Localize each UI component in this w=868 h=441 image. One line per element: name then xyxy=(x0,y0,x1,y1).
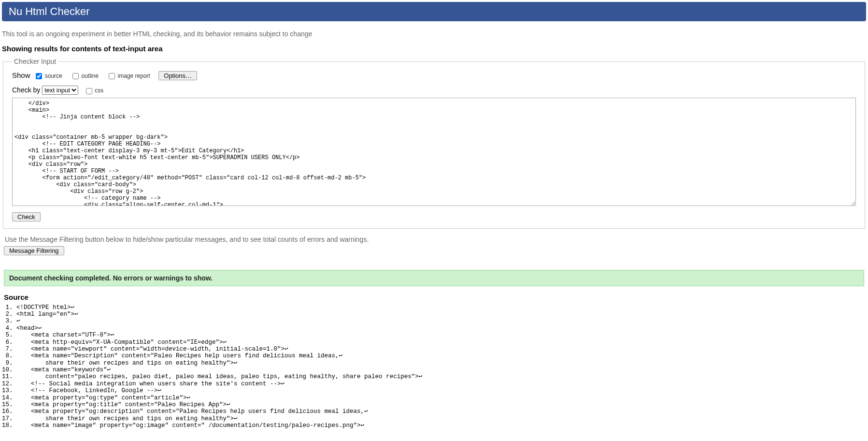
source-line: <meta property="og:type" content="articl… xyxy=(16,395,866,401)
page-title-bar: Nu Html Checker xyxy=(2,2,866,21)
options-button[interactable]: Options… xyxy=(158,71,197,80)
outline-checkbox[interactable] xyxy=(72,73,79,79)
outline-checkbox-label: outline xyxy=(81,73,98,79)
message-filtering-button[interactable]: Message Filtering xyxy=(4,246,64,255)
success-message: Document checking completed. No errors o… xyxy=(4,270,864,286)
checker-input-legend: Checker Input xyxy=(12,58,58,65)
tool-description: This tool is an ongoing experiment in be… xyxy=(2,30,866,38)
checker-input-fieldset: Checker Input Show source outline image … xyxy=(3,58,865,229)
image-report-checkbox[interactable] xyxy=(109,73,115,79)
source-checkbox[interactable] xyxy=(36,73,42,79)
source-line: <meta charset="UTF-8">↩ xyxy=(16,332,866,338)
check-by-label: Check by xyxy=(12,86,40,94)
source-line: <meta name="Description" content="Paleo … xyxy=(16,353,866,359)
check-button[interactable]: Check xyxy=(12,212,41,221)
source-line: <!DOCTYPE html>↩ xyxy=(16,304,866,311)
source-heading: Source xyxy=(4,293,866,301)
css-checkbox[interactable] xyxy=(86,88,92,94)
source-line: <html lang="en">↩ xyxy=(16,311,866,318)
filter-caption: Use the Message Filtering button below t… xyxy=(5,235,866,243)
check-by-select[interactable]: text input xyxy=(42,86,78,95)
source-line: <meta http-equiv="X-UA-Compatible" conte… xyxy=(16,339,866,346)
source-line: content="paleo recipes, paleo diet, pale… xyxy=(16,373,866,380)
image-report-checkbox-label: image report xyxy=(118,73,150,79)
results-heading: Showing results for contents of text-inp… xyxy=(2,44,866,53)
source-line: <!-- Social media integration when users… xyxy=(16,381,866,387)
source-line: <meta name="image" property="og:image" c… xyxy=(16,422,866,429)
source-line: share their own recipes and tips on eati… xyxy=(16,360,866,367)
html-input-textarea[interactable] xyxy=(12,98,856,206)
source-listing: <!DOCTYPE html>↩<html lang="en">↩↩<head>… xyxy=(16,304,866,429)
css-checkbox-label: css xyxy=(95,87,103,94)
source-line: <meta name="viewport" content="width=dev… xyxy=(16,346,866,353)
source-line: <meta name="keywords"↩ xyxy=(16,367,866,373)
show-label: Show xyxy=(12,71,30,79)
source-line: share their own recipes and tips on eati… xyxy=(16,415,866,422)
source-line: <meta property="og:description" content=… xyxy=(16,408,866,415)
source-checkbox-label: source xyxy=(45,73,62,79)
show-options-row: Show source outline image report Options… xyxy=(12,71,856,81)
source-line: <meta property="og:title" content="Paleo… xyxy=(16,401,866,408)
source-line: <!-- Facebook, LinkedIn, Google -->↩ xyxy=(16,387,866,394)
app-title: Nu Html Checker xyxy=(9,5,89,17)
source-line: <head>↩ xyxy=(16,325,866,332)
check-by-row: Check by text input css xyxy=(12,86,856,95)
source-line: ↩ xyxy=(16,318,866,324)
